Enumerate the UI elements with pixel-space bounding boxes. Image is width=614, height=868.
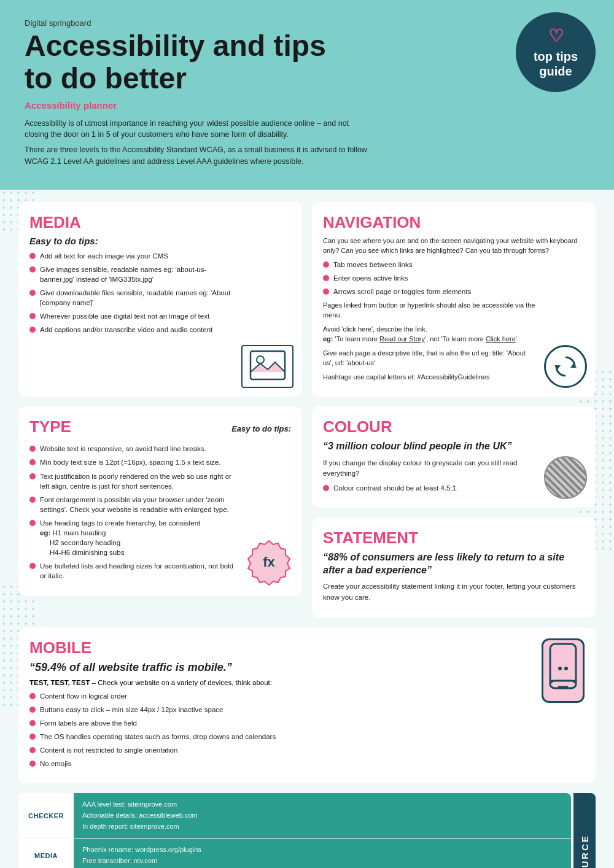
colour-item: Colour contrast should be at least 4.5:1… — [323, 483, 532, 493]
svg-rect-0 — [251, 351, 285, 379]
header: Digital springboard Accessibility and ti… — [0, 0, 614, 190]
media-item-2: Give images sensible, readable names eg:… — [29, 265, 236, 284]
media-item-1: Add alt text for each image via your CMS — [29, 251, 236, 261]
header-accent: Accessibility planner — [25, 100, 589, 110]
media-subtitle: Easy to do tips: — [29, 236, 291, 246]
media-title: MEDIA — [29, 213, 291, 232]
svg-marker-2 — [570, 363, 577, 368]
media-item-5: Add captions and/or transcribe video and… — [29, 325, 236, 335]
navigation-card: NAVIGATION Can you see where you are and… — [312, 202, 596, 397]
mobile-title: MOBILE — [29, 638, 585, 657]
type-title: TYPE — [29, 417, 71, 436]
badge-line2: guide — [539, 64, 572, 79]
mobile-quote: “59.4% of all website traffic is mobile.… — [29, 661, 529, 674]
type-item-2: Min body text size is 12pt (=16px), spac… — [29, 457, 236, 467]
resource-row-media: MEDIA Phoenix rename: wordpress.org/plug… — [18, 839, 571, 868]
fx-badge-icon: fx — [244, 538, 293, 587]
header-desc2: There are three levels to the Accessibil… — [25, 144, 368, 168]
type-item-6: Use bulleted lists and heading sizes for… — [29, 561, 236, 581]
type-easy-label: Easy to do tips: — [231, 424, 291, 433]
nav-key-1: Tab moves between links — [323, 260, 585, 269]
nav-tip-4: Hashtags use capital letters et: #Access… — [323, 372, 535, 382]
mobile-card: MOBILE “59.4% of all website traffic is … — [18, 627, 596, 784]
statement-card: STATEMENT “88% of consumers are less lik… — [312, 517, 596, 618]
mobile-test-desc: TEST, TEST, TEST – Check your website on… — [29, 679, 529, 686]
statement-quote: “88% of consumers are less likely to ret… — [323, 551, 585, 577]
main-content: MEDIA Easy to do tips: Add alt text for … — [0, 190, 614, 868]
resource-label-checker: CHECKER — [18, 793, 74, 838]
badge-line1: top tips — [534, 49, 578, 64]
media-card: MEDIA Easy to do tips: Add alt text for … — [18, 202, 302, 397]
mobile-item-5: Content is not restricted to single orie… — [29, 745, 529, 755]
resource-row-checker: CHECKER AAA level test: siteimprove.com … — [18, 793, 571, 839]
top-tips-badge: ♡ top tips guide — [516, 12, 596, 92]
colour-desc: If you change the display colour to grey… — [323, 458, 532, 479]
media-item-4: Wherever possible use digital text not a… — [29, 311, 236, 321]
header-desc1: Accessibility is of utmost importance in… — [25, 118, 368, 141]
mobile-item-6: No emojis — [29, 759, 529, 769]
svg-marker-3 — [554, 365, 561, 370]
nav-intro: Can you see where you are and on the scr… — [323, 236, 585, 256]
media-item-3: Give downloadable files sensible, readab… — [29, 288, 236, 308]
greyscale-circle-icon — [544, 456, 587, 499]
resource-sidebar-label: RESOURCE — [573, 793, 596, 868]
colour-title: COLOUR — [323, 417, 585, 436]
header-subtitle: Digital springboard — [25, 18, 589, 28]
nav-key-2: Enter opens active links — [323, 273, 585, 283]
type-item-3: Text justification is poorly rendered on… — [29, 471, 236, 491]
badge-icon: ♡ — [548, 26, 564, 47]
resource-content-checker: AAA level test: siteimprove.com Actionab… — [74, 793, 571, 838]
media-image-icon — [241, 345, 293, 388]
svg-point-12 — [564, 667, 568, 670]
nav-tip-3: Give each page a descriptive title, that… — [323, 348, 535, 368]
mobile-item-4: The OS handles operating states such as … — [29, 732, 529, 742]
svg-point-11 — [558, 667, 562, 670]
statement-desc: Create your accessibility statement link… — [323, 581, 585, 603]
mobile-item-2: Buttons easy to click – min size 44px / … — [29, 705, 529, 715]
resource-content-media: Phoenix rename: wordpress.org/plugins Fr… — [74, 839, 571, 868]
type-item-5: Use heading tags to create hierarchy, be… — [29, 518, 236, 557]
statement-title: STATEMENT — [323, 529, 585, 548]
nav-title: NAVIGATION — [323, 213, 585, 232]
nav-tip-1: Pages linked from button or hyperlink sh… — [323, 300, 535, 320]
colour-card: COLOUR “3 million colour blind people in… — [312, 406, 596, 507]
svg-point-1 — [257, 356, 264, 363]
type-item-4: Font enlargement is possible via your br… — [29, 495, 236, 514]
type-item-1: Website text is responsive, so avoid har… — [29, 444, 236, 454]
resource-table: CHECKER AAA level test: siteimprove.com … — [18, 793, 571, 868]
colour-quote: “3 million colour blind people in the UK… — [323, 440, 532, 453]
nav-key-3: Arrows scroll page or toggles form eleme… — [323, 287, 585, 296]
svg-text:fx: fx — [263, 554, 275, 570]
mobile-phone-icon — [542, 638, 585, 703]
type-card: TYPE Easy to do tips: Website text is re… — [18, 406, 302, 595]
mobile-item-3: Form labels are above the field — [29, 718, 529, 728]
nav-refresh-icon — [544, 345, 587, 388]
mobile-item-1: Content flow in logical order — [29, 691, 529, 701]
nav-tip-2: Avoid 'click here', describe the link. e… — [323, 324, 535, 344]
resource-label-media: MEDIA — [18, 839, 74, 868]
header-title: Accessibility and tips to do better — [25, 30, 589, 95]
